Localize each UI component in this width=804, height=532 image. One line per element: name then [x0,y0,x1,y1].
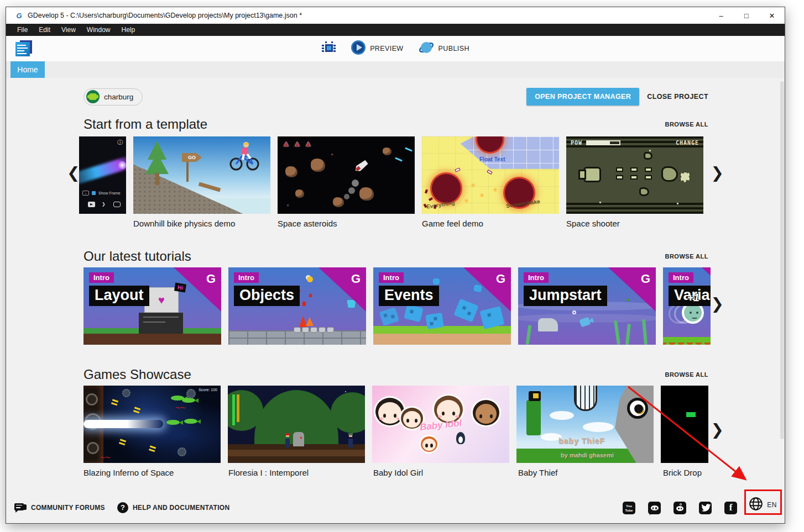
template-caption: Space shooter [566,219,703,228]
help-documentation-link[interactable]: ? HELP AND DOCUMENTATION [117,502,230,513]
gdevelop-app-icon: G [15,12,23,20]
globe-icon [749,497,763,513]
bike-art [226,141,262,172]
carousel-next-icon[interactable]: ❯ [711,165,724,181]
thief-character-art [526,400,541,435]
menu-help[interactable]: Help [116,24,141,36]
tutorials-browse-all[interactable]: BROWSE ALL [665,253,708,260]
showcase-thumbnail-babyidol[interactable]: Baby idol [372,386,509,463]
template-caption: Space asteroids [278,219,415,228]
tutorial-card-objects[interactable]: G Intro Objects [228,267,366,345]
reddit-icon[interactable] [674,502,686,514]
tutorial-card-layout[interactable]: G Intro Layout ♥ Hi [83,267,221,345]
templates-browse-all[interactable]: BROWSE ALL [665,121,708,128]
language-label: EN [767,501,777,509]
template-thumbnail-shooter[interactable]: POW CHANGE [566,136,703,214]
templates-title: Start from a template [83,117,207,132]
tutorials-title: Our latest tutorials [83,249,191,264]
user-chip[interactable]: charburg [83,88,143,106]
templates-captions: Downhill bike physics demo Space asteroi… [79,219,785,228]
twitter-icon[interactable] [699,502,712,514]
template-thumbnail-asteroids[interactable]: ▲ ▲ ▲ ++ [278,136,415,214]
avatar [86,90,100,103]
maximize-button[interactable]: □ [734,7,759,24]
tutorials-carousel: G Intro Layout ♥ Hi G Intro Objects [83,267,708,345]
showcase-carousel: 〜〜〜〜 Score: 100 [83,386,708,463]
twitter-mini-icon [101,202,108,207]
showcase-thumbnail-brickdrop[interactable] [661,386,708,463]
menu-bar: File Edit View Window Help [6,24,785,36]
template-thumbnail-downhill[interactable]: GO [133,136,270,214]
project-manager-icon[interactable] [15,40,33,57]
community-forums-link[interactable]: COMMUNITY FORUMS [14,503,105,513]
menu-view[interactable]: View [56,24,81,36]
username: charburg [104,93,133,101]
tutorial-card-variables[interactable]: Intro Variables +1 [663,267,711,345]
publish-label: PUBLISH [438,45,469,52]
template-thumbnail-gamefeel[interactable]: Float Text Everything Screenshake [422,136,559,214]
forum-icon [14,503,27,513]
showcase-caption: Floresia I : Intemporel [228,468,366,477]
tab-home[interactable]: Home [11,61,45,78]
heart-icon: ♥ [158,294,165,306]
menu-file[interactable]: File [12,24,33,36]
template-thumbnail-partial[interactable]: ⓘ ›Show Frame [79,136,126,214]
babythief-title-text: baby ThieF [558,436,605,445]
showcase-caption: Baby Thief [518,468,656,477]
footer-links: COMMUNITY FORUMS ? HELP AND DOCUMENTATIO… [14,502,229,513]
menu-window[interactable]: Window [81,24,116,36]
close-project-button[interactable]: CLOSE PROJECT [647,93,708,101]
showcase-thumbnail-babythief[interactable]: baby ThieF by mahdi ghasemi [516,386,654,463]
showcase-title: Games Showcase [83,367,191,382]
youtube-mini-icon [88,202,95,207]
menu-edit[interactable]: Edit [33,24,56,36]
showcase-captions: Blazing Inferno of Space Floresia I : In… [83,468,785,477]
templates-section-header: Start from a template BROWSE ALL [83,117,708,132]
app-window: G GDevelop 5 - C:\Users\charburg\Documen… [6,7,785,524]
carousel-prev-icon[interactable]: ❮ [67,165,80,181]
showcase-caption: Brick Drop [663,468,711,477]
info-icon: ⓘ [117,139,123,146]
showcase-thumbnail-blazing[interactable]: 〜〜〜〜 Score: 100 [83,386,221,463]
gdevelop-logo: G [206,272,216,286]
tutorials-section-header: Our latest tutorials BROWSE ALL [83,249,708,264]
cage-art [574,386,597,411]
publish-button[interactable]: PUBLISH [418,40,469,57]
debug-icon[interactable] [321,40,336,57]
main-toolbar: PREVIEW PUBLISH [6,36,785,61]
tutorial-card-jumpstart[interactable]: G Intro Jumpstart [518,267,656,345]
showcase-caption: Blazing Inferno of Space [83,468,221,477]
carousel-next-icon[interactable]: ❯ [711,296,724,312]
showcase-caption: Baby Idol Girl [373,468,511,477]
carousel-next-icon[interactable]: ❯ [711,422,724,438]
showcase-section-header: Games Showcase BROWSE ALL [83,367,708,382]
youtube-icon[interactable]: YouTube [623,502,635,514]
content-header: charburg OPEN PROJECT MANAGER CLOSE PROJ… [83,88,708,106]
template-caption: Game feel demo [422,219,559,228]
window-controls: – □ ✕ [708,7,785,24]
open-project-manager-button[interactable]: OPEN PROJECT MANAGER [526,88,639,106]
babythief-author-text: by mahdi ghasemi [561,452,614,459]
play-icon [351,40,366,57]
planet-icon [418,40,435,57]
language-button[interactable]: EN [748,494,778,515]
facebook-icon[interactable]: f [724,502,737,514]
help-icon: ? [117,502,128,513]
showcase-thumbnail-floresia[interactable] [228,386,365,463]
social-links: YouTube f [623,502,737,514]
templates-carousel: ❮ ⓘ ›Show Frame GO [79,136,708,214]
babyidol-logo-text: Baby idol [419,418,462,433]
preview-button[interactable]: PREVIEW [351,40,403,57]
window-title: GDevelop 5 - C:\Users\charburg\Documents… [28,12,302,19]
title-bar: G GDevelop 5 - C:\Users\charburg\Documen… [6,7,785,24]
tab-bar: Home [6,61,785,78]
minimize-button[interactable]: – [708,7,734,24]
showcase-browse-all[interactable]: BROWSE ALL [665,371,708,378]
share-mini-icon [113,202,121,207]
template-caption: Downhill bike physics demo [133,219,270,228]
close-button[interactable]: ✕ [759,7,785,24]
tutorial-card-events[interactable]: G Intro Events [373,267,511,345]
discord-icon[interactable] [648,502,661,514]
vertical-scrollbar[interactable] [780,81,784,439]
preview-label: PREVIEW [370,45,403,52]
